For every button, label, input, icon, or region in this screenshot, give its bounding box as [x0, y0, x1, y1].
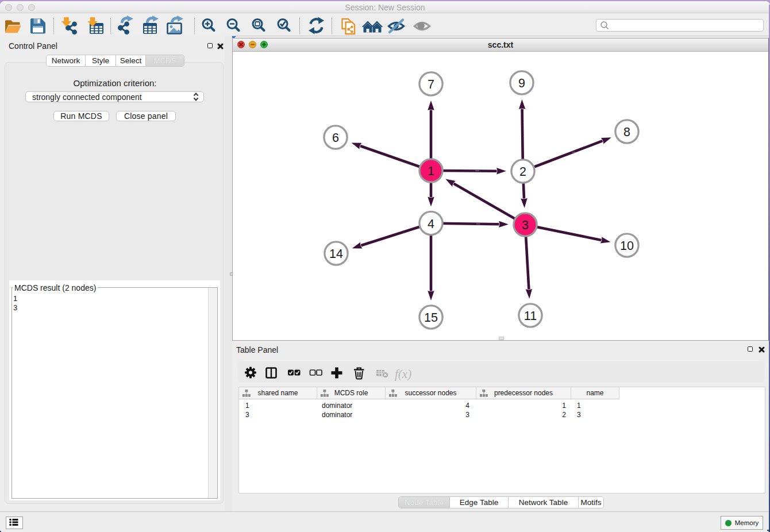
svg-text:7: 7: [428, 78, 434, 91]
svg-text:15: 15: [424, 311, 438, 325]
svg-text:6: 6: [332, 131, 339, 145]
svg-text:2: 2: [519, 165, 526, 179]
svg-text:11: 11: [524, 309, 537, 323]
svg-text:8: 8: [623, 125, 630, 139]
svg-text:14: 14: [329, 247, 343, 261]
svg-text:1: 1: [428, 164, 434, 178]
svg-text:4: 4: [428, 217, 434, 231]
svg-text:9: 9: [518, 76, 525, 90]
svg-text:f(x): f(x): [395, 367, 411, 381]
svg-text:10: 10: [620, 239, 634, 253]
svg-text:3: 3: [522, 218, 529, 232]
